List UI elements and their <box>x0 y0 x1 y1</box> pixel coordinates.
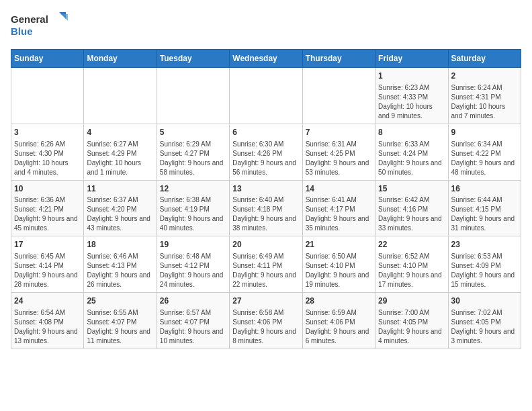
day-info: Sunrise: 6:50 AM Sunset: 4:10 PM Dayligh… <box>306 252 372 289</box>
header-day-monday: Monday <box>84 50 157 68</box>
day-number: 30 <box>451 295 518 307</box>
logo: General Blue <box>11 11 71 41</box>
calendar-cell: 8Sunrise: 6:33 AM Sunset: 4:24 PM Daylig… <box>375 124 448 180</box>
header-day-tuesday: Tuesday <box>157 50 229 68</box>
day-info: Sunrise: 6:29 AM Sunset: 4:27 PM Dayligh… <box>160 140 226 177</box>
day-number: 9 <box>451 127 518 138</box>
day-number: 16 <box>451 183 518 195</box>
calendar-cell: 1Sunrise: 6:23 AM Sunset: 4:33 PM Daylig… <box>375 68 448 124</box>
day-number: 18 <box>87 239 153 250</box>
day-number: 8 <box>378 127 445 138</box>
svg-text:Blue: Blue <box>11 26 33 37</box>
day-number: 10 <box>14 183 81 195</box>
calendar-cell: 5Sunrise: 6:29 AM Sunset: 4:27 PM Daylig… <box>157 124 229 180</box>
day-number: 27 <box>232 295 299 307</box>
calendar-cell: 19Sunrise: 6:48 AM Sunset: 4:12 PM Dayli… <box>157 236 229 293</box>
calendar-cell: 10Sunrise: 6:36 AM Sunset: 4:21 PM Dayli… <box>11 180 84 236</box>
calendar-cell: 30Sunrise: 7:02 AM Sunset: 4:05 PM Dayli… <box>448 293 521 349</box>
calendar-cell <box>84 68 157 124</box>
day-info: Sunrise: 6:30 AM Sunset: 4:26 PM Dayligh… <box>232 140 299 177</box>
page-header: General Blue <box>11 11 521 41</box>
header-row: SundayMondayTuesdayWednesdayThursdayFrid… <box>11 50 521 68</box>
calendar-week-4: 17Sunrise: 6:45 AM Sunset: 4:14 PM Dayli… <box>11 236 521 293</box>
day-info: Sunrise: 6:37 AM Sunset: 4:20 PM Dayligh… <box>87 195 153 233</box>
calendar-cell: 20Sunrise: 6:49 AM Sunset: 4:11 PM Dayli… <box>230 236 302 293</box>
day-number: 13 <box>232 183 299 195</box>
day-info: Sunrise: 6:31 AM Sunset: 4:25 PM Dayligh… <box>306 140 372 177</box>
day-info: Sunrise: 6:23 AM Sunset: 4:33 PM Dayligh… <box>378 83 445 121</box>
day-info: Sunrise: 6:45 AM Sunset: 4:14 PM Dayligh… <box>14 252 81 289</box>
calendar-cell <box>11 68 84 124</box>
day-number: 2 <box>451 71 518 82</box>
calendar-cell: 6Sunrise: 6:30 AM Sunset: 4:26 PM Daylig… <box>230 124 302 180</box>
calendar-cell <box>302 68 375 124</box>
calendar-table: SundayMondayTuesdayWednesdayThursdayFrid… <box>11 49 521 349</box>
day-info: Sunrise: 6:49 AM Sunset: 4:11 PM Dayligh… <box>232 252 299 289</box>
calendar-cell: 17Sunrise: 6:45 AM Sunset: 4:14 PM Dayli… <box>11 236 84 293</box>
day-info: Sunrise: 6:46 AM Sunset: 4:13 PM Dayligh… <box>87 252 153 289</box>
calendar-week-5: 24Sunrise: 6:54 AM Sunset: 4:08 PM Dayli… <box>11 293 521 349</box>
calendar-cell: 9Sunrise: 6:34 AM Sunset: 4:22 PM Daylig… <box>448 124 521 180</box>
calendar-cell: 4Sunrise: 6:27 AM Sunset: 4:29 PM Daylig… <box>84 124 157 180</box>
header-day-sunday: Sunday <box>11 50 84 68</box>
day-info: Sunrise: 6:42 AM Sunset: 4:16 PM Dayligh… <box>378 195 445 233</box>
calendar-cell: 11Sunrise: 6:37 AM Sunset: 4:20 PM Dayli… <box>84 180 157 236</box>
day-number: 26 <box>160 295 226 307</box>
day-info: Sunrise: 6:36 AM Sunset: 4:21 PM Dayligh… <box>14 195 81 233</box>
day-number: 22 <box>378 239 445 250</box>
calendar-cell: 15Sunrise: 6:42 AM Sunset: 4:16 PM Dayli… <box>375 180 448 236</box>
day-number: 21 <box>306 239 372 250</box>
logo-svg: General Blue <box>11 11 71 41</box>
calendar-cell: 29Sunrise: 7:00 AM Sunset: 4:05 PM Dayli… <box>375 293 448 349</box>
calendar-cell: 22Sunrise: 6:52 AM Sunset: 4:10 PM Dayli… <box>375 236 448 293</box>
day-info: Sunrise: 6:57 AM Sunset: 4:07 PM Dayligh… <box>160 308 226 346</box>
day-info: Sunrise: 6:44 AM Sunset: 4:15 PM Dayligh… <box>451 195 518 233</box>
day-info: Sunrise: 6:48 AM Sunset: 4:12 PM Dayligh… <box>160 252 226 289</box>
calendar-cell: 21Sunrise: 6:50 AM Sunset: 4:10 PM Dayli… <box>302 236 375 293</box>
calendar-cell: 25Sunrise: 6:55 AM Sunset: 4:07 PM Dayli… <box>84 293 157 349</box>
header-day-saturday: Saturday <box>448 50 521 68</box>
calendar-cell <box>230 68 302 124</box>
day-number: 24 <box>14 295 81 307</box>
day-number: 14 <box>306 183 372 195</box>
calendar-cell: 14Sunrise: 6:41 AM Sunset: 4:17 PM Dayli… <box>302 180 375 236</box>
calendar-cell <box>157 68 229 124</box>
calendar-cell: 27Sunrise: 6:58 AM Sunset: 4:06 PM Dayli… <box>230 293 302 349</box>
day-info: Sunrise: 6:26 AM Sunset: 4:30 PM Dayligh… <box>14 140 81 177</box>
calendar-cell: 24Sunrise: 6:54 AM Sunset: 4:08 PM Dayli… <box>11 293 84 349</box>
day-number: 23 <box>451 239 518 250</box>
day-info: Sunrise: 6:24 AM Sunset: 4:31 PM Dayligh… <box>451 83 518 121</box>
day-info: Sunrise: 7:00 AM Sunset: 4:05 PM Dayligh… <box>378 308 445 346</box>
header-day-wednesday: Wednesday <box>230 50 302 68</box>
day-info: Sunrise: 6:40 AM Sunset: 4:18 PM Dayligh… <box>232 195 299 233</box>
calendar-cell: 3Sunrise: 6:26 AM Sunset: 4:30 PM Daylig… <box>11 124 84 180</box>
day-info: Sunrise: 6:38 AM Sunset: 4:19 PM Dayligh… <box>160 195 226 233</box>
day-info: Sunrise: 6:59 AM Sunset: 4:06 PM Dayligh… <box>306 308 372 346</box>
day-number: 29 <box>378 295 445 307</box>
day-info: Sunrise: 6:27 AM Sunset: 4:29 PM Dayligh… <box>87 140 153 177</box>
calendar-cell: 28Sunrise: 6:59 AM Sunset: 4:06 PM Dayli… <box>302 293 375 349</box>
day-number: 19 <box>160 239 226 250</box>
svg-marker-3 <box>61 14 68 21</box>
calendar-week-2: 3Sunrise: 6:26 AM Sunset: 4:30 PM Daylig… <box>11 124 521 180</box>
day-number: 25 <box>87 295 153 307</box>
calendar-cell: 12Sunrise: 6:38 AM Sunset: 4:19 PM Dayli… <box>157 180 229 236</box>
calendar-week-1: 1Sunrise: 6:23 AM Sunset: 4:33 PM Daylig… <box>11 68 521 124</box>
day-info: Sunrise: 6:41 AM Sunset: 4:17 PM Dayligh… <box>306 195 372 233</box>
calendar-cell: 23Sunrise: 6:53 AM Sunset: 4:09 PM Dayli… <box>448 236 521 293</box>
day-number: 3 <box>14 127 81 138</box>
calendar-cell: 7Sunrise: 6:31 AM Sunset: 4:25 PM Daylig… <box>302 124 375 180</box>
day-number: 12 <box>160 183 226 195</box>
day-number: 15 <box>378 183 445 195</box>
calendar-cell: 18Sunrise: 6:46 AM Sunset: 4:13 PM Dayli… <box>84 236 157 293</box>
calendar-cell: 16Sunrise: 6:44 AM Sunset: 4:15 PM Dayli… <box>448 180 521 236</box>
day-info: Sunrise: 6:33 AM Sunset: 4:24 PM Dayligh… <box>378 140 445 177</box>
day-info: Sunrise: 6:54 AM Sunset: 4:08 PM Dayligh… <box>14 308 81 346</box>
calendar-cell: 2Sunrise: 6:24 AM Sunset: 4:31 PM Daylig… <box>448 68 521 124</box>
day-info: Sunrise: 6:53 AM Sunset: 4:09 PM Dayligh… <box>451 252 518 289</box>
day-number: 17 <box>14 239 81 250</box>
day-number: 7 <box>306 127 372 138</box>
day-info: Sunrise: 6:55 AM Sunset: 4:07 PM Dayligh… <box>87 308 153 346</box>
day-info: Sunrise: 7:02 AM Sunset: 4:05 PM Dayligh… <box>451 308 518 346</box>
day-info: Sunrise: 6:52 AM Sunset: 4:10 PM Dayligh… <box>378 252 445 289</box>
